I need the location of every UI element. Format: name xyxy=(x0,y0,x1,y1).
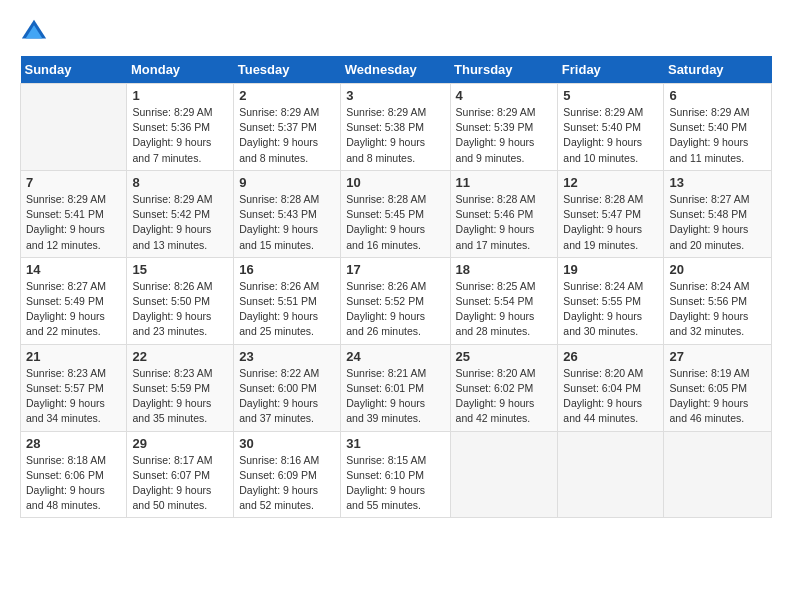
day-number: 1 xyxy=(132,88,228,103)
calendar-cell: 17Sunrise: 8:26 AMSunset: 5:52 PMDayligh… xyxy=(341,257,450,344)
day-info: Sunrise: 8:25 AMSunset: 5:54 PMDaylight:… xyxy=(456,279,553,340)
day-info: Sunrise: 8:17 AMSunset: 6:07 PMDaylight:… xyxy=(132,453,228,514)
calendar-cell: 16Sunrise: 8:26 AMSunset: 5:51 PMDayligh… xyxy=(234,257,341,344)
calendar-cell: 15Sunrise: 8:26 AMSunset: 5:50 PMDayligh… xyxy=(127,257,234,344)
calendar-cell: 29Sunrise: 8:17 AMSunset: 6:07 PMDayligh… xyxy=(127,431,234,518)
day-number: 30 xyxy=(239,436,335,451)
weekday-header: Sunday xyxy=(21,56,127,84)
weekday-header: Tuesday xyxy=(234,56,341,84)
calendar-cell: 5Sunrise: 8:29 AMSunset: 5:40 PMDaylight… xyxy=(558,84,664,171)
day-info: Sunrise: 8:29 AMSunset: 5:37 PMDaylight:… xyxy=(239,105,335,166)
day-info: Sunrise: 8:28 AMSunset: 5:46 PMDaylight:… xyxy=(456,192,553,253)
day-number: 25 xyxy=(456,349,553,364)
day-number: 4 xyxy=(456,88,553,103)
calendar-cell: 18Sunrise: 8:25 AMSunset: 5:54 PMDayligh… xyxy=(450,257,558,344)
day-info: Sunrise: 8:29 AMSunset: 5:40 PMDaylight:… xyxy=(563,105,658,166)
calendar-cell: 13Sunrise: 8:27 AMSunset: 5:48 PMDayligh… xyxy=(664,170,772,257)
calendar-cell: 11Sunrise: 8:28 AMSunset: 5:46 PMDayligh… xyxy=(450,170,558,257)
calendar-cell xyxy=(450,431,558,518)
calendar-cell: 30Sunrise: 8:16 AMSunset: 6:09 PMDayligh… xyxy=(234,431,341,518)
day-number: 12 xyxy=(563,175,658,190)
calendar-week-row: 21Sunrise: 8:23 AMSunset: 5:57 PMDayligh… xyxy=(21,344,772,431)
weekday-header: Monday xyxy=(127,56,234,84)
day-number: 2 xyxy=(239,88,335,103)
calendar-cell xyxy=(664,431,772,518)
calendar-cell: 24Sunrise: 8:21 AMSunset: 6:01 PMDayligh… xyxy=(341,344,450,431)
weekday-header: Thursday xyxy=(450,56,558,84)
day-info: Sunrise: 8:29 AMSunset: 5:40 PMDaylight:… xyxy=(669,105,766,166)
day-info: Sunrise: 8:27 AMSunset: 5:49 PMDaylight:… xyxy=(26,279,121,340)
logo-icon xyxy=(20,16,48,44)
day-info: Sunrise: 8:16 AMSunset: 6:09 PMDaylight:… xyxy=(239,453,335,514)
day-number: 3 xyxy=(346,88,444,103)
weekday-header: Saturday xyxy=(664,56,772,84)
weekday-header-row: SundayMondayTuesdayWednesdayThursdayFrid… xyxy=(21,56,772,84)
calendar-cell: 28Sunrise: 8:18 AMSunset: 6:06 PMDayligh… xyxy=(21,431,127,518)
calendar-cell: 3Sunrise: 8:29 AMSunset: 5:38 PMDaylight… xyxy=(341,84,450,171)
calendar-cell: 27Sunrise: 8:19 AMSunset: 6:05 PMDayligh… xyxy=(664,344,772,431)
day-number: 20 xyxy=(669,262,766,277)
day-info: Sunrise: 8:22 AMSunset: 6:00 PMDaylight:… xyxy=(239,366,335,427)
day-number: 17 xyxy=(346,262,444,277)
day-info: Sunrise: 8:29 AMSunset: 5:41 PMDaylight:… xyxy=(26,192,121,253)
calendar-cell: 23Sunrise: 8:22 AMSunset: 6:00 PMDayligh… xyxy=(234,344,341,431)
day-number: 11 xyxy=(456,175,553,190)
calendar-week-row: 7Sunrise: 8:29 AMSunset: 5:41 PMDaylight… xyxy=(21,170,772,257)
day-number: 22 xyxy=(132,349,228,364)
day-info: Sunrise: 8:20 AMSunset: 6:04 PMDaylight:… xyxy=(563,366,658,427)
calendar-cell xyxy=(558,431,664,518)
day-info: Sunrise: 8:24 AMSunset: 5:55 PMDaylight:… xyxy=(563,279,658,340)
day-info: Sunrise: 8:28 AMSunset: 5:43 PMDaylight:… xyxy=(239,192,335,253)
day-info: Sunrise: 8:20 AMSunset: 6:02 PMDaylight:… xyxy=(456,366,553,427)
day-number: 14 xyxy=(26,262,121,277)
day-number: 8 xyxy=(132,175,228,190)
logo xyxy=(20,16,50,44)
day-info: Sunrise: 8:15 AMSunset: 6:10 PMDaylight:… xyxy=(346,453,444,514)
calendar-cell: 6Sunrise: 8:29 AMSunset: 5:40 PMDaylight… xyxy=(664,84,772,171)
day-number: 6 xyxy=(669,88,766,103)
day-info: Sunrise: 8:19 AMSunset: 6:05 PMDaylight:… xyxy=(669,366,766,427)
calendar-cell: 21Sunrise: 8:23 AMSunset: 5:57 PMDayligh… xyxy=(21,344,127,431)
day-number: 18 xyxy=(456,262,553,277)
calendar-cell: 22Sunrise: 8:23 AMSunset: 5:59 PMDayligh… xyxy=(127,344,234,431)
calendar-cell: 19Sunrise: 8:24 AMSunset: 5:55 PMDayligh… xyxy=(558,257,664,344)
day-number: 28 xyxy=(26,436,121,451)
day-info: Sunrise: 8:29 AMSunset: 5:38 PMDaylight:… xyxy=(346,105,444,166)
header xyxy=(20,16,772,44)
day-info: Sunrise: 8:28 AMSunset: 5:45 PMDaylight:… xyxy=(346,192,444,253)
calendar-cell: 12Sunrise: 8:28 AMSunset: 5:47 PMDayligh… xyxy=(558,170,664,257)
calendar-week-row: 28Sunrise: 8:18 AMSunset: 6:06 PMDayligh… xyxy=(21,431,772,518)
day-info: Sunrise: 8:27 AMSunset: 5:48 PMDaylight:… xyxy=(669,192,766,253)
day-number: 31 xyxy=(346,436,444,451)
day-number: 27 xyxy=(669,349,766,364)
day-number: 13 xyxy=(669,175,766,190)
day-number: 16 xyxy=(239,262,335,277)
day-info: Sunrise: 8:26 AMSunset: 5:52 PMDaylight:… xyxy=(346,279,444,340)
day-info: Sunrise: 8:29 AMSunset: 5:39 PMDaylight:… xyxy=(456,105,553,166)
weekday-header: Friday xyxy=(558,56,664,84)
calendar-cell: 26Sunrise: 8:20 AMSunset: 6:04 PMDayligh… xyxy=(558,344,664,431)
day-number: 29 xyxy=(132,436,228,451)
day-info: Sunrise: 8:18 AMSunset: 6:06 PMDaylight:… xyxy=(26,453,121,514)
day-info: Sunrise: 8:26 AMSunset: 5:50 PMDaylight:… xyxy=(132,279,228,340)
calendar-cell: 4Sunrise: 8:29 AMSunset: 5:39 PMDaylight… xyxy=(450,84,558,171)
day-info: Sunrise: 8:29 AMSunset: 5:36 PMDaylight:… xyxy=(132,105,228,166)
calendar-week-row: 14Sunrise: 8:27 AMSunset: 5:49 PMDayligh… xyxy=(21,257,772,344)
day-info: Sunrise: 8:21 AMSunset: 6:01 PMDaylight:… xyxy=(346,366,444,427)
calendar-cell: 14Sunrise: 8:27 AMSunset: 5:49 PMDayligh… xyxy=(21,257,127,344)
day-number: 7 xyxy=(26,175,121,190)
day-number: 21 xyxy=(26,349,121,364)
day-info: Sunrise: 8:24 AMSunset: 5:56 PMDaylight:… xyxy=(669,279,766,340)
day-number: 26 xyxy=(563,349,658,364)
day-number: 19 xyxy=(563,262,658,277)
calendar-cell: 7Sunrise: 8:29 AMSunset: 5:41 PMDaylight… xyxy=(21,170,127,257)
day-info: Sunrise: 8:23 AMSunset: 5:57 PMDaylight:… xyxy=(26,366,121,427)
calendar-cell: 1Sunrise: 8:29 AMSunset: 5:36 PMDaylight… xyxy=(127,84,234,171)
day-info: Sunrise: 8:26 AMSunset: 5:51 PMDaylight:… xyxy=(239,279,335,340)
day-info: Sunrise: 8:28 AMSunset: 5:47 PMDaylight:… xyxy=(563,192,658,253)
day-number: 23 xyxy=(239,349,335,364)
day-number: 10 xyxy=(346,175,444,190)
calendar-cell: 25Sunrise: 8:20 AMSunset: 6:02 PMDayligh… xyxy=(450,344,558,431)
calendar-week-row: 1Sunrise: 8:29 AMSunset: 5:36 PMDaylight… xyxy=(21,84,772,171)
calendar-cell: 10Sunrise: 8:28 AMSunset: 5:45 PMDayligh… xyxy=(341,170,450,257)
